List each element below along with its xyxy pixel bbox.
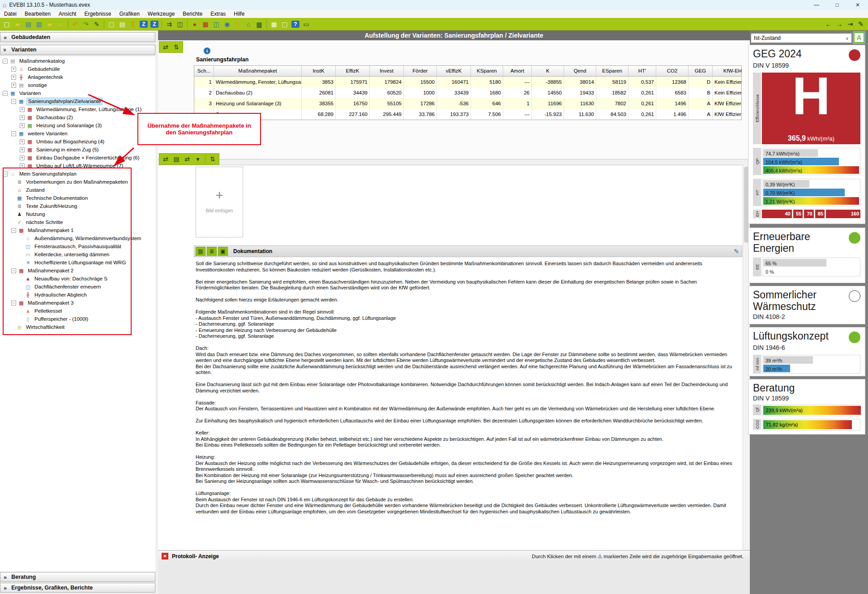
chart-edit-icon[interactable]: ✎ [856,20,866,29]
monitor-icon[interactable]: ▭ [301,20,311,29]
variant-table-icon[interactable]: ⇄ [161,43,171,52]
menu-item-ergebnisse[interactable]: Ergebnisse [80,10,115,18]
column-header-sch[interactable]: Sch... [194,66,214,76]
tree-item-heizung-und-solaranlage-3-[interactable]: +▩Heizung und Solaranlage (3) [0,121,155,129]
column-header-invest[interactable]: Invest [370,66,404,76]
tree-item-kellerdecke-unterseitig-dämmen[interactable]: ▭Kellerdecke, unterseitig dämmen [0,250,155,258]
tree-item-einbau-dachgaube-fensterertüchtigung-6-[interactable]: +▩Einbau Dachgaube + Fensterertüchtigung… [0,154,155,162]
record-icon[interactable]: ● [190,20,200,29]
menu-item-grafiken[interactable]: Grafiken [115,10,143,18]
table-row[interactable]: 2Dachausbau (2)2608134439605201000334391… [194,87,741,98]
chart-switch-icon[interactable]: ⇅ [171,43,181,52]
maximize-button[interactable]: □ [827,0,847,10]
folder-import-icon[interactable]: ▰ [45,20,55,29]
tools-icon[interactable]: ✎ [92,20,102,29]
tree-item-hocheffiziente-lüftungsanlage-mit-wrg[interactable]: ✳Hocheffiziente Lüftungsanlage mit WRG [0,258,155,267]
document-icon[interactable]: ▢ [280,20,290,29]
sum-icon[interactable]: Σ [128,20,138,29]
z-report-2-icon[interactable]: Z [150,21,158,28]
expand-icon[interactable]: + [11,75,16,80]
tree-item-außendämmung-wärmedämmverbundsystem[interactable]: ⌂Außendämmung, Wärmedämmverbundsystem [0,234,155,242]
structure-icon[interactable]: ⇉ [164,20,174,29]
energy-icon[interactable]: ↯ [233,20,243,29]
column-header-effizk[interactable]: EffizK [336,66,370,76]
column-header-veffizk[interactable]: vEffizK [437,66,471,76]
save-doc-icon[interactable]: ▤ [196,247,205,256]
tree-item-maßnahmenkatalog[interactable]: −▤Maßnahmenkatalog [0,57,155,65]
menu-item-datei[interactable]: Datei [0,10,21,18]
menu-item-extras[interactable]: Extras [206,10,230,18]
sidebar-section-beratung[interactable]: » Beratung [0,572,155,582]
tree-item-vorbemerkungen-zu-den-maßnahmepaketen[interactable]: ≣Vorbemerkungen zu den Maßnahmepaketen [0,178,155,186]
image-insert-box[interactable]: + Bild einfügen [196,167,243,237]
calendar-icon[interactable]: ▦ [201,20,210,29]
help-icon[interactable]: ? [291,21,299,28]
back-icon[interactable]: ← [824,20,834,29]
menu-item-berichte[interactable]: Berichte [179,10,206,18]
report-icon[interactable]: ▢ [107,20,116,29]
collapse-icon[interactable]: − [11,301,16,306]
column-header-ksparen[interactable]: KSparen [471,66,503,76]
expand-icon[interactable]: + [20,123,25,128]
tree-item-weitere-varianten[interactable]: −▦weitere Varianten [0,129,155,138]
window-view-icon[interactable]: ◫ [211,20,221,29]
collapse-icon[interactable]: − [11,131,16,136]
report-grid-icon[interactable]: ▦ [269,20,279,29]
redo-icon[interactable]: ↷ [81,20,91,29]
tree-item-nutzung[interactable]: ♟Nutzung [0,210,155,218]
tree-item-sonstige[interactable]: +▤sonstige [0,81,155,89]
tree-item-maßnahmenpaket-3[interactable]: −▩Maßnahmenpaket 3 [0,299,155,307]
edit-pen-icon[interactable]: ✎ [734,248,739,255]
column-header-kfweh[interactable]: KfW-EH [713,66,742,76]
clipboard-icon[interactable]: ▤ [171,155,181,164]
column-header-ht[interactable]: HT' [629,66,656,76]
new-file-icon[interactable]: ▢ [2,20,12,29]
expand-icon[interactable]: + [20,155,25,160]
building-icon[interactable]: ⌂ [244,20,253,29]
tree-item-zustand[interactable]: ⌂Zustand [0,186,155,194]
undo-icon[interactable]: ↶ [70,20,80,29]
database-doc-icon[interactable]: ≣ [207,247,217,256]
collapse-icon[interactable]: − [11,99,16,104]
column-header-esparen[interactable]: ESparen [596,66,629,76]
tree-item-umbau-auf-biogasheizung-4-[interactable]: +▩Umbau auf Biogasheizung (4) [0,138,155,146]
tree-item-sanierungsfahrplan-zielvariante[interactable]: −▦Sanierungsfahrplan/Zielvariante [0,97,155,105]
table-row[interactable]: 3Heizung und Solaranlage (3)383551675055… [194,98,741,109]
tree-item-maßnahmenpaket-2[interactable]: −▩Maßnahmenpaket 2 [0,267,155,275]
tree-item-wirtschaftlichkeit[interactable]: ◎Wirtschaftlichkeit [0,323,155,331]
table-row[interactable]: 1Wärmedämmung, Fenster, Lüftungsan ...38… [194,77,741,87]
tree-item-mein-sanierungsfahrplan[interactable]: −⌂Mein Sanierungsfahrplan [0,170,155,178]
save-icon[interactable]: ▤ [23,20,33,29]
open-folder-icon[interactable]: ▰ [13,20,22,29]
column-header-co2[interactable]: CO2 [656,66,688,76]
tree-item-pufferspeicher-1000l-[interactable]: ▯Pufferspeicher - (1000l) [0,315,155,323]
forward-icon[interactable]: → [834,20,844,29]
column-header-k[interactable]: K [532,66,564,76]
transfer-menu-icon[interactable]: ⇄ [182,155,192,164]
tree-item-dachflächenfenster-erneuern[interactable]: ◫Dachflächenfenster erneuern [0,283,155,291]
copy-doc-icon[interactable]: ▣ [218,247,228,256]
folder-export-icon[interactable]: ▱ [56,20,65,29]
sidebar-section-gebaeudedaten[interactable]: » Gebäudedaten [0,32,155,42]
column-header-frder[interactable]: Förder [404,66,437,76]
column-header-manahmepaket[interactable]: Maßnahmepaket [214,66,302,76]
expand-icon[interactable]: + [20,139,25,144]
tree-item-hydraulischer-abgleich[interactable]: ╫Hydraulischer Abgleich [0,291,155,299]
globe-icon[interactable]: ◉ [222,20,232,29]
efficiency-class-a-button[interactable]: A [854,32,864,43]
go-last-icon[interactable]: ⇥ [845,20,855,29]
dropdown-arrow-icon[interactable]: ▾ [193,155,203,164]
sidebar-section-ergebnisse[interactable]: » Ergebnisse, Grafiken, Berichte [0,583,155,593]
swap-icon[interactable]: ⇅ [208,155,218,164]
minimize-button[interactable]: — [806,0,827,10]
tree-item-varianten[interactable]: −▦Varianten [0,89,155,97]
menu-item-hilfe[interactable]: Hilfe [230,10,248,18]
menu-item-bearbeiten[interactable]: Bearbeiten [21,10,55,18]
expand-icon[interactable]: + [20,115,25,120]
collapse-icon[interactable]: − [3,59,8,64]
apply-measures-icon[interactable]: ⇄ [161,155,171,164]
components-icon[interactable]: ◫ [175,20,185,29]
menu-item-ansicht[interactable]: Ansicht [55,10,80,18]
sidebar-section-varianten[interactable]: » Varianten [0,45,155,55]
column-header-geg[interactable]: GEG [688,66,713,76]
